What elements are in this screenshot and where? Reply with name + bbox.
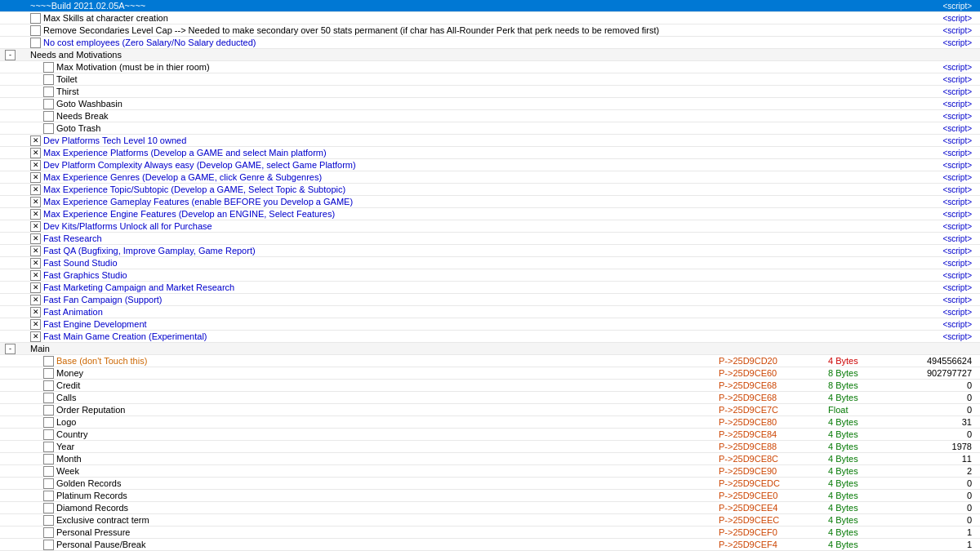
row-label: Personal Pressure xyxy=(56,527,719,537)
checkbox[interactable] xyxy=(30,25,41,36)
checkbox[interactable] xyxy=(30,258,41,269)
table-row[interactable]: Dev Platforms Tech Level 10 owned<script… xyxy=(0,135,980,147)
table-row[interactable]: Diamond RecordsP->25D9CEE44 Bytes0 xyxy=(0,502,980,514)
row-address: P->25D9CEE0 xyxy=(719,491,825,500)
checkbox[interactable] xyxy=(43,123,54,134)
table-row[interactable]: Fast Engine Development<script> xyxy=(0,318,980,331)
checkbox[interactable] xyxy=(43,417,54,428)
row-address: P->25D9CEDC xyxy=(719,478,825,488)
checkbox[interactable] xyxy=(43,527,54,538)
checkbox[interactable] xyxy=(30,270,41,281)
expand-icon[interactable]: - xyxy=(5,344,16,354)
table-row[interactable]: Fast Sound Studio<script> xyxy=(0,257,980,269)
checkbox[interactable] xyxy=(43,540,54,550)
table-row[interactable]: CreditP->25D9CE688 Bytes0 xyxy=(0,380,980,392)
checkbox[interactable] xyxy=(43,356,54,367)
table-row[interactable]: Max Experience Genres (Develop a GAME, c… xyxy=(0,171,980,184)
checkbox[interactable] xyxy=(43,503,54,513)
table-row[interactable]: Personal Pause/BreakP->25D9CEF44 Bytes1 xyxy=(0,539,980,551)
table-row[interactable]: Fast Main Game Creation (Experimental)<s… xyxy=(0,331,980,343)
table-row[interactable]: Fast QA (Bugfixing, Improve Gamplay, Gam… xyxy=(0,245,980,257)
checkbox[interactable] xyxy=(43,74,54,85)
checkbox[interactable] xyxy=(43,491,54,501)
checkbox[interactable] xyxy=(30,148,41,158)
checkbox[interactable] xyxy=(30,38,41,48)
table-row[interactable]: Remove Secondaries Level Cap --> Needed … xyxy=(0,24,980,37)
checkbox[interactable] xyxy=(30,221,41,232)
table-row[interactable]: Order ReputationP->25D9CE7CFloat0 xyxy=(0,404,980,416)
checkbox[interactable] xyxy=(30,160,41,171)
table-row[interactable]: ~~~~Build 2021.02.05A~~~~<script> xyxy=(0,0,980,12)
table-row[interactable]: Exclusive contract termP->25D9CEEC4 Byte… xyxy=(0,514,980,527)
row-address: P->25D9CE68 xyxy=(719,393,825,402)
checkbox[interactable] xyxy=(43,62,54,73)
table-row[interactable]: Max Experience Topic/Subtopic (Develop a… xyxy=(0,184,980,196)
table-row[interactable]: Fast Graphics Studio<script> xyxy=(0,269,980,282)
table-row[interactable]: MonthP->25D9CE8C4 Bytes11 xyxy=(0,453,980,465)
table-row[interactable]: Goto Washbasin<script> xyxy=(0,98,980,110)
checkbox[interactable] xyxy=(43,380,54,391)
checkbox[interactable] xyxy=(43,111,54,122)
table-row[interactable]: Fast Fan Campaign (Support)<script> xyxy=(0,294,980,306)
table-row[interactable]: Max Experience Engine Features (Develop … xyxy=(0,208,980,220)
checkbox[interactable] xyxy=(30,246,41,256)
row-value: 0 xyxy=(897,515,978,525)
main-container[interactable]: ~~~~Build 2021.02.05A~~~~<script>Max Ski… xyxy=(0,0,980,551)
checkbox[interactable] xyxy=(30,282,41,293)
table-row[interactable]: Dev Kits/Platforms Unlock all for Purcha… xyxy=(0,220,980,233)
table-row[interactable]: Golden RecordsP->25D9CEDC4 Bytes0 xyxy=(0,478,980,490)
checkbox[interactable] xyxy=(43,478,54,489)
table-row[interactable]: Needs Break<script> xyxy=(0,110,980,122)
table-row[interactable]: Max Experience Gameplay Features (enable… xyxy=(0,196,980,208)
table-row[interactable]: Fast Animation<script> xyxy=(0,306,980,318)
checkbox[interactable] xyxy=(30,319,41,330)
table-row[interactable]: Base (don't Touch this)P->25D9CD204 Byte… xyxy=(0,355,980,367)
row-address: P->25D9CE80 xyxy=(719,417,825,427)
table-row[interactable]: Toilet<script> xyxy=(0,73,980,86)
checkbox[interactable] xyxy=(30,13,41,24)
checkbox[interactable] xyxy=(43,466,54,477)
table-row[interactable]: LogoP->25D9CE804 Bytes31 xyxy=(0,416,980,429)
checkbox[interactable] xyxy=(30,295,41,305)
checkbox[interactable] xyxy=(43,99,54,109)
table-row[interactable]: Max Experience Platforms (Develop a GAME… xyxy=(0,147,980,159)
checkbox[interactable] xyxy=(43,442,54,452)
checkbox[interactable] xyxy=(43,454,54,464)
checkbox[interactable] xyxy=(30,136,41,146)
checkbox[interactable] xyxy=(30,197,41,207)
checkbox[interactable] xyxy=(43,87,54,97)
checkbox[interactable] xyxy=(30,331,41,342)
table-row[interactable]: YearP->25D9CE884 Bytes1978 xyxy=(0,441,980,453)
table-row[interactable]: Thirst<script> xyxy=(0,86,980,98)
row-script: <script> xyxy=(897,308,978,317)
checkbox[interactable] xyxy=(43,368,54,379)
checkbox[interactable] xyxy=(43,393,54,403)
table-row[interactable]: Fast Research<script> xyxy=(0,233,980,245)
table-row[interactable]: CallsP->25D9CE684 Bytes0 xyxy=(0,392,980,404)
table-row[interactable]: No cost employees (Zero Salary/No Salary… xyxy=(0,37,980,49)
checkbox[interactable] xyxy=(43,405,54,415)
row-script: <script> xyxy=(897,173,978,182)
expand-icon[interactable]: - xyxy=(5,50,16,60)
table-row[interactable]: Personal PressureP->25D9CEF04 Bytes1 xyxy=(0,527,980,539)
table-row[interactable]: WeekP->25D9CE904 Bytes2 xyxy=(0,465,980,478)
table-row[interactable]: Fast Marketing Campaign and Market Resea… xyxy=(0,282,980,294)
table-row[interactable]: Goto Trash<script> xyxy=(0,122,980,135)
checkbox[interactable] xyxy=(30,184,41,195)
table-row[interactable]: CountryP->25D9CE844 Bytes0 xyxy=(0,429,980,441)
table-row[interactable]: Dev Platform Complexity Always easy (Dev… xyxy=(0,159,980,171)
checkbox[interactable] xyxy=(30,172,41,183)
table-row[interactable]: Platinum RecordsP->25D9CEE04 Bytes0 xyxy=(0,490,980,502)
row-label: Fast QA (Bugfixing, Improve Gamplay, Gam… xyxy=(43,246,715,256)
checkbox[interactable] xyxy=(30,233,41,244)
table-row[interactable]: Max Skills at character creation<script> xyxy=(0,12,980,24)
checkbox[interactable] xyxy=(30,209,41,220)
checkbox[interactable] xyxy=(43,429,54,440)
row-script: <script> xyxy=(897,112,978,121)
table-row[interactable]: -Needs and Motivations xyxy=(0,49,980,61)
checkbox[interactable] xyxy=(43,515,54,526)
table-row[interactable]: -Main xyxy=(0,343,980,355)
table-row[interactable]: Max Motivation (must be in thier room)<s… xyxy=(0,61,980,73)
table-row[interactable]: MoneyP->25D9CE608 Bytes902797727 xyxy=(0,367,980,380)
checkbox[interactable] xyxy=(30,307,41,318)
